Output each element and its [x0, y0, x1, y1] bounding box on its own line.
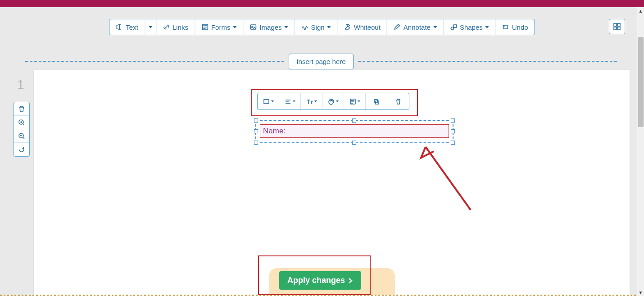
field-delete-button[interactable] [387, 93, 409, 109]
svg-rect-6 [614, 23, 617, 26]
eraser-icon [344, 23, 351, 31]
sign-tool-button[interactable]: Sign [295, 19, 338, 35]
zoom-out-icon [18, 132, 25, 140]
resize-handle[interactable] [352, 141, 356, 145]
links-tool-label: Links [172, 23, 188, 31]
text-size-icon [306, 98, 313, 105]
text-tool-dropdown[interactable] [145, 19, 156, 35]
divider [25, 61, 284, 62]
svg-point-12 [331, 100, 332, 100]
pencil-icon [394, 23, 401, 31]
field-duplicate-button[interactable] [366, 93, 387, 109]
rectangle-icon [263, 98, 270, 105]
undo-icon [502, 23, 509, 31]
zoom-in-icon [18, 119, 25, 126]
delete-page-button[interactable] [14, 102, 29, 116]
annotate-tool-button[interactable]: Annotate [387, 19, 444, 35]
field-fontsize-button[interactable] [301, 93, 322, 109]
chevron-down-icon [327, 26, 331, 28]
page-number: 1 [17, 77, 24, 92]
signature-icon [301, 23, 308, 31]
trash-icon [18, 105, 25, 113]
apply-changes-label: Apply changes [287, 276, 345, 285]
apply-changes-button[interactable]: Apply changes [279, 271, 361, 290]
list-icon [349, 98, 356, 105]
chevron-down-icon [233, 26, 236, 28]
palette-icon [328, 98, 335, 105]
shapes-tool-label: Shapes [460, 23, 483, 31]
resize-handle[interactable] [254, 118, 258, 123]
svg-rect-8 [614, 27, 617, 30]
align-icon [285, 98, 291, 105]
whiteout-tool-button[interactable]: Whiteout [338, 19, 387, 35]
text-tool-button[interactable]: Text [109, 19, 145, 35]
resize-handle[interactable] [451, 129, 455, 133]
divider [358, 61, 617, 62]
chevron-down-icon [285, 26, 288, 28]
form-text-field[interactable]: Name: [260, 124, 449, 138]
scroll-down-arrow[interactable]: ▼ [637, 289, 644, 296]
workspace: Text Links Forms Images Sign Whiteout [0, 7, 644, 296]
insert-page-button[interactable]: Insert page here [289, 54, 353, 69]
field-properties-button[interactable] [344, 93, 366, 109]
text-cursor-icon [116, 23, 123, 31]
chevron-down-icon [485, 26, 489, 28]
resize-handle[interactable] [451, 141, 455, 145]
resize-handle[interactable] [352, 118, 356, 123]
grid-view-button[interactable] [609, 19, 625, 34]
svg-point-11 [330, 100, 331, 101]
app-title-bar [0, 0, 644, 7]
text-tool-label: Text [126, 23, 138, 31]
undo-label: Undo [512, 23, 528, 31]
chevron-down-icon [336, 100, 339, 102]
copy-icon [373, 98, 380, 105]
svg-rect-10 [264, 100, 269, 104]
scroll-thumb[interactable] [638, 37, 644, 127]
chevron-down-icon [271, 100, 274, 102]
svg-line-17 [426, 147, 471, 210]
side-toolbar [14, 102, 30, 157]
svg-point-13 [332, 100, 333, 101]
resize-handle[interactable] [254, 141, 258, 145]
link-icon [163, 23, 170, 31]
svg-rect-7 [617, 23, 620, 26]
annotate-tool-label: Annotate [404, 23, 431, 31]
shapes-tool-button[interactable]: Shapes [444, 19, 496, 35]
form-icon [201, 23, 209, 31]
chevron-down-icon [358, 100, 360, 102]
undo-button[interactable]: Undo [496, 19, 535, 35]
images-tool-label: Images [259, 23, 281, 31]
form-field-label: Name: [263, 127, 286, 136]
grid-icon [613, 23, 621, 31]
field-border-button[interactable] [258, 93, 279, 109]
chevron-down-icon [314, 100, 317, 102]
forms-tool-label: Forms [211, 23, 231, 31]
chevron-down-icon [149, 26, 152, 28]
zoom-out-button[interactable] [14, 129, 29, 143]
sign-tool-label: Sign [311, 23, 325, 31]
scroll-up-arrow[interactable]: ▲ [637, 7, 644, 14]
vertical-scrollbar[interactable]: ▲ ▼ [637, 7, 644, 296]
main-toolbar: Text Links Forms Images Sign Whiteout [109, 19, 535, 35]
resize-handle[interactable] [451, 118, 455, 123]
field-align-button[interactable] [279, 93, 301, 109]
forms-tool-button[interactable]: Forms [195, 19, 244, 35]
svg-rect-1 [250, 25, 256, 29]
chevron-down-icon [293, 100, 295, 102]
links-tool-button[interactable]: Links [156, 19, 195, 35]
zoom-in-button[interactable] [14, 116, 29, 129]
svg-point-3 [451, 27, 454, 30]
image-icon [249, 23, 257, 31]
trash-icon [395, 98, 402, 105]
chevron-right-icon [348, 278, 353, 284]
rotate-button[interactable] [14, 143, 29, 156]
shapes-icon [450, 23, 457, 31]
resize-handle[interactable] [254, 129, 258, 133]
field-color-button[interactable] [322, 93, 344, 109]
document-page[interactable]: Name: Apply changes [34, 70, 630, 296]
chevron-down-icon [433, 26, 437, 28]
images-tool-button[interactable]: Images [243, 19, 295, 35]
whiteout-tool-label: Whiteout [354, 23, 381, 31]
insert-page-row: Insert page here [25, 52, 617, 70]
rotate-icon [18, 146, 25, 153]
